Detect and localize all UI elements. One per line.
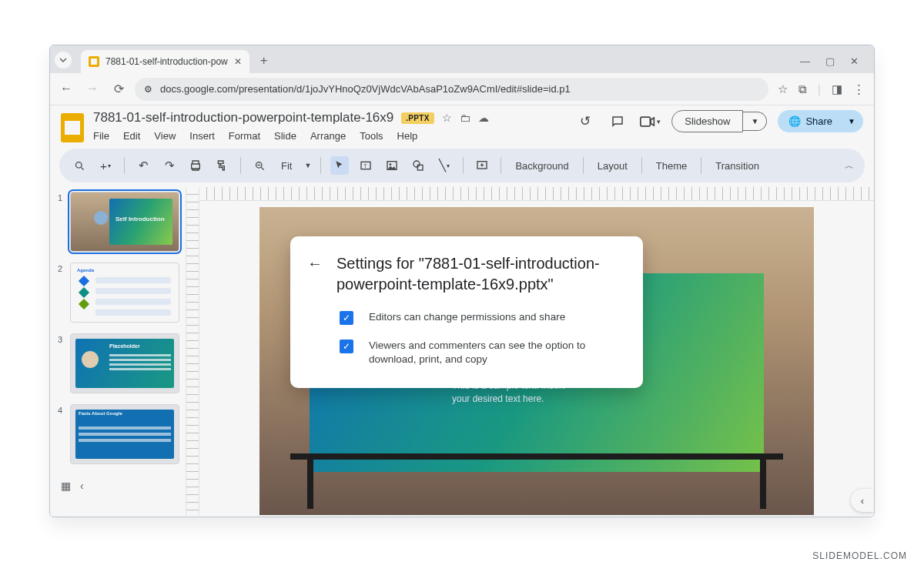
thumb-title: Facts About Google	[79, 411, 122, 416]
header-right: ↺ ▾ Slideshow ▼ 🌐 Share ▼	[574, 110, 863, 132]
print-button[interactable]	[186, 156, 205, 175]
bookmark-icon[interactable]: ☆	[778, 82, 788, 96]
menu-edit[interactable]: Edit	[123, 130, 140, 142]
separator	[240, 157, 241, 174]
move-icon[interactable]: 🗀	[460, 112, 470, 124]
history-icon[interactable]: ↺	[574, 111, 596, 132]
chrome-menu-icon[interactable]: ⋮	[853, 82, 865, 96]
horizontal-ruler	[199, 187, 874, 201]
svg-point-1	[75, 162, 82, 168]
shape-tool[interactable]	[409, 156, 427, 175]
comment-tool[interactable]	[473, 156, 491, 175]
desk-shape	[290, 453, 783, 509]
image-tool[interactable]	[383, 156, 401, 175]
menu-help[interactable]: Help	[397, 130, 418, 142]
thumbnail[interactable]: Placeholder	[70, 333, 179, 393]
collapse-toolbar-icon[interactable]: ︿	[845, 159, 854, 172]
minimize-button[interactable]: —	[800, 55, 810, 67]
zoom-fit[interactable]: Fit	[276, 160, 296, 172]
zoom-out-icon[interactable]	[250, 156, 269, 175]
separator	[583, 157, 584, 174]
reload-button[interactable]: ⟳	[112, 82, 126, 96]
cloud-status-icon[interactable]: ☁	[478, 112, 489, 124]
thumb-number: 4	[58, 404, 65, 464]
thumbnail[interactable]: Agenda	[70, 263, 179, 323]
svg-text:T: T	[364, 163, 367, 169]
checkbox-editors[interactable]: ✓	[340, 311, 353, 325]
url-right-icons: ☆ ⧉ | ◨ ⋮	[778, 82, 865, 96]
back-button[interactable]: ←	[59, 82, 73, 96]
site-settings-icon[interactable]: ⚙	[144, 84, 152, 95]
menu-file[interactable]: File	[93, 130, 109, 142]
textbox-tool[interactable]: T	[357, 156, 375, 175]
explore-fab[interactable]: ‹	[851, 489, 874, 512]
maximize-button[interactable]: ▢	[825, 55, 835, 67]
select-tool[interactable]	[330, 156, 349, 175]
tab-search-button[interactable]	[55, 52, 72, 69]
option-editors-share: ✓ Editors can change permissions and sha…	[340, 310, 623, 325]
paint-format-button[interactable]	[213, 156, 231, 175]
slides-logo-icon[interactable]	[61, 113, 84, 142]
nav-buttons: ← → ⟳	[59, 82, 126, 96]
checkbox-viewers[interactable]: ✓	[340, 340, 353, 353]
side-panel-icon[interactable]: ◨	[832, 82, 842, 96]
vertical-ruler	[186, 187, 199, 515]
redo-button[interactable]: ↷	[160, 156, 179, 175]
close-tab-icon[interactable]: ✕	[234, 56, 242, 67]
line-tool[interactable]: ╲▾	[435, 156, 454, 175]
watermark: SLIDEMODEL.COM	[812, 550, 907, 561]
menu-arrange[interactable]: Arrange	[310, 130, 346, 142]
tab-strip: 7881-01-self-introduction-pow ✕ + — ▢ ✕	[50, 45, 874, 73]
menu-format[interactable]: Format	[229, 130, 260, 142]
slideshow-button[interactable]: Slideshow	[671, 110, 743, 132]
globe-icon: 🌐	[788, 115, 801, 127]
thumb-2[interactable]: 2 Agenda	[58, 263, 181, 323]
menu-slide[interactable]: Slide	[274, 130, 296, 142]
undo-button[interactable]: ↶	[134, 156, 152, 175]
back-arrow-icon[interactable]: ←	[307, 253, 323, 273]
new-tab-button[interactable]: +	[254, 51, 274, 71]
forward-button[interactable]: →	[85, 82, 99, 96]
layout-button[interactable]: Layout	[593, 160, 632, 172]
svg-point-10	[413, 161, 420, 167]
svg-point-9	[390, 163, 392, 166]
divider: |	[818, 82, 821, 95]
zoom-dropdown-icon[interactable]: ▼	[304, 162, 311, 169]
theme-button[interactable]: Theme	[651, 160, 691, 172]
close-window-button[interactable]: ✕	[850, 55, 859, 67]
menu-view[interactable]: View	[154, 130, 176, 142]
browser-window: 7881-01-self-introduction-pow ✕ + — ▢ ✕ …	[49, 45, 875, 517]
slides-header: 7881-01-self-introduction-powerpoint-tem…	[50, 105, 874, 142]
option-viewers-download: ✓ Viewers and commenters can see the opt…	[340, 339, 623, 366]
search-icon[interactable]	[70, 156, 89, 175]
background-button[interactable]: Background	[511, 160, 573, 172]
extensions-icon[interactable]: ⧉	[798, 82, 807, 96]
thumbnail[interactable]: Self Introduction	[70, 192, 179, 252]
comments-icon[interactable]	[607, 111, 628, 132]
url-bar: ← → ⟳ ⚙ docs.google.com/presentation/d/1…	[50, 73, 874, 105]
filmstrip-prev-icon[interactable]: ‹	[80, 480, 84, 492]
slideshow-dropdown[interactable]: ▼	[743, 112, 767, 131]
star-icon[interactable]: ☆	[442, 112, 452, 124]
thumb-3[interactable]: 3 Placeholder	[58, 333, 181, 393]
thumb-title: Agenda	[77, 268, 94, 273]
menu-tools[interactable]: Tools	[360, 130, 383, 142]
url-text: docs.google.com/presentation/d/1joJvYHno…	[160, 83, 571, 95]
menu-insert[interactable]: Insert	[189, 130, 215, 142]
thumb-4[interactable]: 4 Facts About Google	[58, 404, 181, 464]
grid-view-icon[interactable]: ▦	[61, 480, 71, 492]
meet-icon[interactable]: ▾	[639, 111, 661, 132]
url-field[interactable]: ⚙ docs.google.com/presentation/d/1joJvYH…	[135, 78, 768, 101]
thumb-number: 2	[58, 263, 65, 323]
thumbnail[interactable]: Facts About Google	[70, 404, 179, 464]
browser-tab[interactable]: 7881-01-self-introduction-pow ✕	[81, 50, 249, 73]
new-slide-button[interactable]: +▾	[96, 156, 115, 175]
share-dropdown[interactable]: ▼	[843, 112, 863, 131]
thumb-title: Self Introduction	[116, 216, 165, 222]
window-controls: — ▢ ✕	[800, 55, 869, 73]
document-title[interactable]: 7881-01-self-introduction-powerpoint-tem…	[93, 110, 393, 125]
transition-button[interactable]: Transition	[711, 160, 764, 172]
share-button[interactable]: 🌐 Share	[778, 110, 843, 132]
thumb-1[interactable]: 1 Self Introduction	[58, 192, 181, 252]
svg-rect-11	[418, 165, 424, 170]
